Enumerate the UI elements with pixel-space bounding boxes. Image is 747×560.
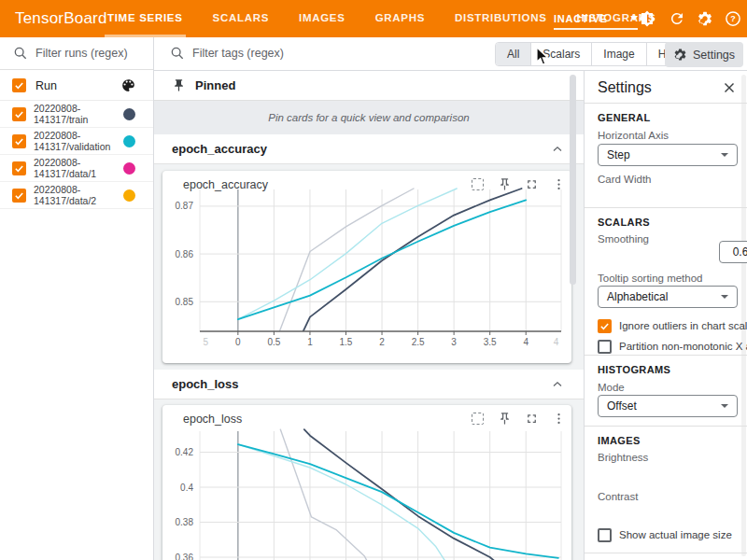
pinned-title: Pinned <box>195 78 235 92</box>
run-column-label: Run <box>35 79 111 92</box>
section-header-epoch-accuracy[interactable]: epoch_accuracy <box>154 134 584 164</box>
run-checkbox[interactable] <box>12 189 26 203</box>
main-scrollbar[interactable] <box>570 75 576 285</box>
chevron-down-icon <box>721 153 728 157</box>
svg-text:0.36: 0.36 <box>176 553 194 560</box>
search-icon <box>170 46 185 61</box>
chip-image[interactable]: Image <box>591 43 645 65</box>
run-label: 20220808- <box>34 103 80 114</box>
reload-status-dropdown[interactable]: INACTIVE <box>554 8 638 30</box>
chevron-up-icon[interactable] <box>552 144 563 155</box>
smoothing-value-input[interactable]: 0.6 <box>719 241 747 263</box>
images-heading: IMAGES <box>598 435 641 446</box>
general-heading: GENERAL <box>598 112 651 123</box>
chevron-down-icon <box>630 16 638 21</box>
filter-tags-placeholder: Filter tags (regex) <box>192 47 284 60</box>
svg-text:0.38: 0.38 <box>176 517 194 527</box>
epoch-loss-chart[interactable]: 0.420.40.380.36 <box>162 420 571 560</box>
reload-status-value: INACTIVE <box>554 13 608 24</box>
card-epoch-accuracy: epoch_accuracy 00.511.522.533.54540.850.… <box>162 171 571 363</box>
svg-text:1: 1 <box>307 337 313 347</box>
horizontal-axis-dropdown[interactable]: Step <box>598 144 738 166</box>
run-select-all-checkbox[interactable] <box>12 78 26 92</box>
svg-text:0.4: 0.4 <box>180 483 193 493</box>
refresh-icon[interactable] <box>669 10 685 27</box>
tooltip-sorting-label: Tooltip sorting method <box>598 273 703 284</box>
svg-text:0.42: 0.42 <box>176 447 194 457</box>
run-checkbox[interactable] <box>12 107 26 121</box>
run-checkbox[interactable] <box>12 161 26 175</box>
pin-icon <box>172 78 186 92</box>
svg-text:3: 3 <box>451 337 457 347</box>
svg-text:2: 2 <box>379 337 385 347</box>
run-list-header: Run <box>0 71 153 101</box>
run-label: 20220808- <box>34 157 80 168</box>
theme-toggle-icon[interactable] <box>639 10 655 27</box>
run-label: 20220808- <box>34 130 80 141</box>
cards-scroll-area[interactable]: Pinned Pin cards for a quick view and co… <box>154 71 584 560</box>
run-row-train[interactable]: 20220808-141317/train <box>0 101 153 128</box>
divider <box>585 207 747 208</box>
svg-text:0.86: 0.86 <box>176 249 194 259</box>
histograms-heading: HISTOGRAMS <box>598 364 670 375</box>
run-color-dot[interactable] <box>123 108 135 120</box>
app-header: TensorBoard TIME SERIES SCALARS IMAGES G… <box>0 0 747 37</box>
run-checkbox[interactable] <box>12 134 26 148</box>
panel-scrollbar-track[interactable] <box>741 75 746 556</box>
card-width-label: Card Width <box>598 174 652 185</box>
settings-button[interactable]: Settings <box>665 42 743 67</box>
run-color-dot[interactable] <box>123 162 135 175</box>
settings-panel: Settings GENERAL Horizontal Axis Step Ca… <box>584 71 747 560</box>
svg-text:0.85: 0.85 <box>176 297 194 307</box>
partition-x-axis-checkbox[interactable] <box>598 340 612 354</box>
epoch-accuracy-chart[interactable]: 00.511.522.533.54540.850.860.87 <box>162 182 571 350</box>
scalars-heading: SCALARS <box>598 217 650 228</box>
svg-text:3.5: 3.5 <box>484 337 497 347</box>
filter-tags-input[interactable]: Filter tags (regex) <box>170 46 284 61</box>
chip-scalars[interactable]: Scalars <box>530 43 591 65</box>
divider <box>585 553 747 553</box>
tag-filter-bar: Filter tags (regex) All Scalars Image Hi… <box>154 37 747 71</box>
chevron-down-icon <box>721 295 728 299</box>
tab-graphs[interactable]: GRAPHS <box>373 0 428 37</box>
app-logo: TensorBoard <box>15 9 107 28</box>
close-icon[interactable] <box>721 79 738 96</box>
svg-text:0.5: 0.5 <box>267 337 280 347</box>
show-actual-size-checkbox[interactable] <box>598 528 612 542</box>
pinned-empty-hint: Pin cards for a quick view and compariso… <box>154 100 584 134</box>
svg-text:2.5: 2.5 <box>412 337 425 347</box>
settings-panel-title: Settings <box>598 79 652 96</box>
palette-icon[interactable] <box>120 77 136 93</box>
svg-text:?: ? <box>730 14 736 23</box>
horizontal-axis-label: Horizontal Axis <box>598 130 669 141</box>
help-icon[interactable]: ? <box>725 10 741 27</box>
pinned-section-header: Pinned <box>154 71 584 100</box>
tooltip-sorting-dropdown[interactable]: Alphabetical <box>598 286 738 308</box>
run-color-dot[interactable] <box>123 189 135 202</box>
chip-all[interactable]: All <box>496 43 530 65</box>
section-header-epoch-loss[interactable]: epoch_loss <box>154 370 584 399</box>
ignore-outliers-checkbox[interactable] <box>598 319 612 333</box>
svg-text:4: 4 <box>523 337 529 347</box>
run-row-data2[interactable]: 20220808-141317/data/2 <box>0 182 153 209</box>
tab-time-series[interactable]: TIME SERIES <box>105 0 186 37</box>
histogram-mode-dropdown[interactable]: Offset <box>598 395 738 417</box>
run-row-data1[interactable]: 20220808-141317/data/1 <box>0 155 153 182</box>
svg-text:0: 0 <box>235 337 241 347</box>
tab-images[interactable]: IMAGES <box>296 0 348 37</box>
smoothing-label: Smoothing <box>598 233 649 245</box>
filter-runs-input[interactable]: Filter runs (regex) <box>0 37 153 70</box>
divider <box>585 426 747 427</box>
tab-scalars[interactable]: SCALARS <box>210 0 273 37</box>
ignore-outliers-row: Ignore outliers in chart scaling <box>598 319 747 333</box>
run-color-dot[interactable] <box>123 135 135 147</box>
run-label: 20220808- <box>34 184 80 195</box>
show-actual-size-row: Show actual image size <box>598 528 732 542</box>
chevron-up-icon[interactable] <box>552 379 563 390</box>
svg-text:1.5: 1.5 <box>340 337 353 347</box>
run-row-validation[interactable]: 20220808-141317/validation <box>0 128 153 155</box>
tab-distributions[interactable]: DISTRIBUTIONS <box>452 0 550 37</box>
header-settings-gear-icon[interactable] <box>697 10 713 27</box>
search-icon <box>13 46 28 61</box>
runs-sidebar: Filter runs (regex) Run 20220808-141317/… <box>0 37 154 560</box>
